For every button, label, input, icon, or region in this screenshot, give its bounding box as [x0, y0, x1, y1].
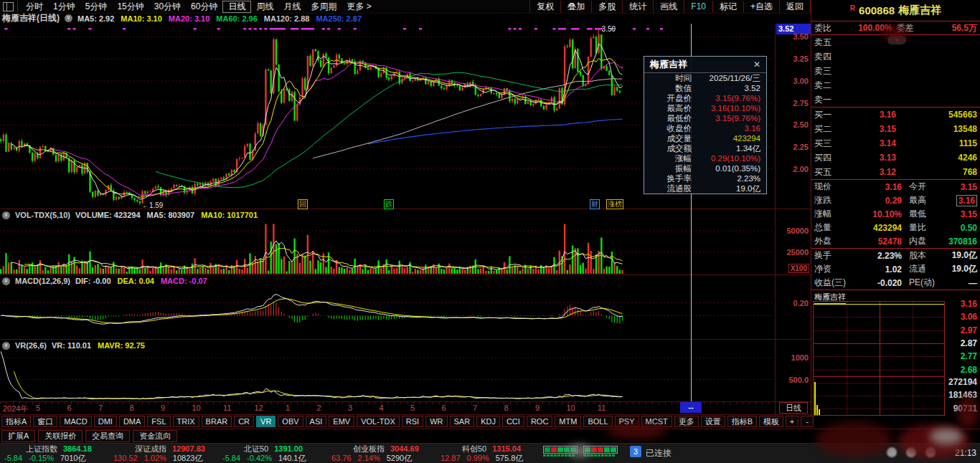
- indicator-tab[interactable]: MACD: [60, 416, 91, 427]
- indicator-tab[interactable]: CCI: [502, 416, 524, 427]
- indicator-tab-right[interactable]: 指标B: [727, 416, 757, 427]
- indicator-tab[interactable]: DMI: [94, 416, 117, 427]
- indicator-tab[interactable]: VR: [256, 416, 275, 427]
- heat-tick: [554, 454, 557, 457]
- top-menu-item[interactable]: 复权: [529, 1, 560, 13]
- index-block[interactable]: 上证指数3864.18-5.84-0.15%7010亿: [0, 444, 109, 462]
- popup-row-label: 换手率: [650, 173, 696, 184]
- heat-tick: [550, 454, 553, 457]
- extension-tab[interactable]: 扩展A: [1, 430, 35, 442]
- sell-level-row[interactable]: 卖三: [811, 64, 980, 78]
- period-menu-item[interactable]: 15分钟: [112, 1, 149, 13]
- stat-value: 423294: [852, 223, 902, 233]
- event-flag[interactable]: 回: [298, 199, 308, 209]
- stat-value: 2.23%: [852, 251, 902, 261]
- index-change: 130.52: [113, 454, 138, 462]
- buy-level-row[interactable]: 买四3.134246: [811, 151, 980, 165]
- stat-label: 今开: [902, 181, 942, 193]
- indicator-tab[interactable]: 窗口: [33, 416, 57, 427]
- indicator-tab[interactable]: 更多: [674, 416, 699, 427]
- zoom-out-button[interactable]: -: [801, 416, 814, 427]
- index-block[interactable]: 深证成指12907.83130.521.02%10823亿: [109, 444, 218, 462]
- indicator-tab[interactable]: EMV: [329, 416, 354, 427]
- indicator-tab[interactable]: TRIX: [173, 416, 199, 427]
- close-icon[interactable]: ✕: [753, 59, 760, 70]
- period-menu-item[interactable]: 30分钟: [149, 1, 186, 13]
- top-menu-item[interactable]: +自选: [743, 1, 779, 13]
- buy-level-row[interactable]: 买三3.141115: [811, 136, 980, 151]
- top-menu-item[interactable]: 叠加: [560, 1, 591, 13]
- period-menu-item[interactable]: 日线: [222, 1, 251, 13]
- indicator-tab[interactable]: FSL: [147, 416, 170, 427]
- indicator-tab[interactable]: OBV: [278, 416, 303, 427]
- top-menu-item[interactable]: F10: [684, 1, 712, 13]
- indicator-tab[interactable]: 指标A: [1, 416, 31, 427]
- event-flag[interactable]: 财: [590, 199, 600, 209]
- top-menu-item[interactable]: 多股: [591, 1, 622, 13]
- collapse-macd-icon[interactable]: ∨: [2, 277, 10, 285]
- buy-level-row[interactable]: 买五3.12768: [811, 165, 980, 179]
- period-menu-item[interactable]: 多周期: [306, 1, 341, 13]
- event-flag[interactable]: 跌: [384, 199, 394, 209]
- period-menu-item[interactable]: 60分钟: [186, 1, 222, 13]
- period-menu-item[interactable]: 1分钟: [48, 1, 80, 13]
- stat-label: 净资: [814, 263, 852, 275]
- extension-tab[interactable]: 交易查询: [85, 430, 130, 442]
- collapse-vol-icon[interactable]: ∨: [2, 211, 10, 219]
- extension-tab[interactable]: 资金流向: [133, 430, 177, 442]
- buy-level-row[interactable]: 买二3.1513548: [811, 122, 980, 136]
- indicator-tab[interactable]: MTM: [555, 416, 581, 427]
- sell-level-row[interactable]: 卖一: [811, 92, 980, 107]
- x-axis: 2024年567891011121234567891011 --: [0, 402, 775, 414]
- top-menu-item[interactable]: 标记: [712, 1, 743, 13]
- heat-square: [545, 447, 550, 452]
- indicator-tab[interactable]: RSI: [402, 416, 423, 427]
- intraday-minichart[interactable]: [813, 301, 945, 416]
- connection-count-badge[interactable]: 3: [630, 446, 641, 457]
- sell-level-row[interactable]: 卖二: [811, 78, 980, 92]
- index-block[interactable]: 科创501315.0412.870.99%575.8亿: [436, 444, 545, 462]
- period-indicator[interactable]: 日线: [779, 402, 808, 414]
- window-layout-icon[interactable]: [3, 2, 14, 11]
- indicator-tab[interactable]: ASI: [306, 416, 327, 427]
- buy-level-row[interactable]: 买一3.16545663: [811, 108, 980, 122]
- stat-value: 10.10%: [852, 209, 902, 219]
- announce-icon[interactable]: [887, 447, 897, 457]
- indicator-tab[interactable]: CR: [234, 416, 254, 427]
- macd-chart[interactable]: [0, 287, 775, 338]
- volume-chart[interactable]: [0, 222, 775, 274]
- indicator-tab[interactable]: ROC: [527, 416, 552, 427]
- vr-chart[interactable]: [0, 351, 775, 401]
- popup-row-value: 423294: [696, 134, 760, 143]
- indicator-tab[interactable]: VOL-TDX: [357, 416, 400, 427]
- macd-pane-title: MACD(12,26,9): [15, 277, 70, 285]
- indicator-tab[interactable]: 设置: [701, 416, 725, 427]
- indicator-tab[interactable]: WR: [425, 416, 447, 427]
- period-menu-item[interactable]: 5分钟: [80, 1, 113, 13]
- period-menu-item[interactable]: 分时: [21, 1, 48, 13]
- sell-level-row[interactable]: 卖四: [811, 49, 980, 64]
- indicator-tab[interactable]: BRAR: [202, 416, 232, 427]
- period-menu-item[interactable]: 月线: [278, 1, 306, 13]
- indicator-tab[interactable]: BOLL: [583, 416, 612, 427]
- orderbook-price: 3.15: [844, 124, 896, 134]
- top-menu-item[interactable]: 统计: [622, 1, 653, 13]
- extension-tab[interactable]: 关联报价: [38, 430, 83, 442]
- stat-value: -0.020: [852, 278, 902, 288]
- stat-value-inner: 3.16: [956, 195, 977, 206]
- indicator-tab[interactable]: DMA: [119, 416, 145, 427]
- collapse-vr-icon[interactable]: ∨: [2, 342, 10, 350]
- indicator-tab[interactable]: SAR: [450, 416, 475, 427]
- period-menu-item[interactable]: 更多 >: [341, 1, 376, 13]
- popup-row-value: 3.15(9.76%): [696, 114, 760, 123]
- index-block[interactable]: 北证501391.00-5.84-0.42%140.1亿: [218, 444, 327, 462]
- period-menu-item[interactable]: 周线: [251, 1, 278, 13]
- top-menu-item[interactable]: 画线: [653, 1, 684, 13]
- indicator-tab-right[interactable]: 模板: [759, 416, 783, 427]
- top-menu-item[interactable]: 返回: [779, 1, 811, 13]
- index-block[interactable]: 创业板指3044.6963.762.14%5290亿: [327, 444, 436, 462]
- event-flag[interactable]: 涨榜: [606, 199, 623, 209]
- zoom-in-button[interactable]: +: [786, 416, 798, 427]
- indicator-tab[interactable]: KDJ: [476, 416, 500, 427]
- collapse-main-icon[interactable]: ∨: [65, 14, 72, 22]
